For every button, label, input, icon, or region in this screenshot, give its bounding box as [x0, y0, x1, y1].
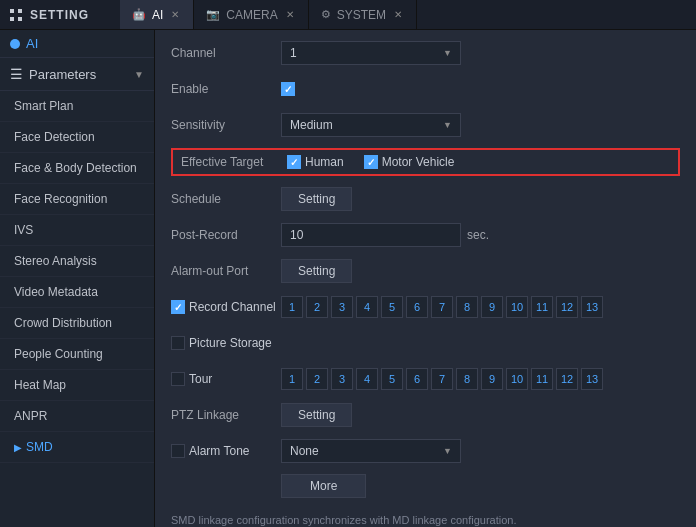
picture-storage-checkbox-wrap[interactable]: Picture Storage [171, 336, 281, 350]
schedule-setting-button[interactable]: Setting [281, 187, 352, 211]
tour-channel-btn-9[interactable]: 9 [481, 368, 503, 390]
sensitivity-value: Medium [290, 118, 333, 132]
tour-channel-btn-7[interactable]: 7 [431, 368, 453, 390]
schedule-label: Schedule [171, 192, 281, 206]
record-channel-checkbox-wrap[interactable]: ✓ Record Channel [171, 300, 281, 314]
alarm-tone-checkbox-wrap[interactable]: Alarm Tone [171, 444, 281, 458]
tour-channel-btn-3[interactable]: 3 [331, 368, 353, 390]
sidebar-item-crowd-distribution[interactable]: Crowd Distribution [0, 308, 154, 339]
top-bar: SETTING 🤖 AI ✕ 📷 CAMERA ✕ ⚙ SYSTEM ✕ [0, 0, 696, 30]
tab-system[interactable]: ⚙ SYSTEM ✕ [309, 0, 417, 29]
record-channel-buttons: 12345678910111213 [281, 296, 603, 318]
picture-storage-row: Picture Storage [171, 330, 680, 356]
ptz-linkage-setting-button[interactable]: Setting [281, 403, 352, 427]
tour-row: Tour 12345678910111213 [171, 366, 680, 392]
schedule-row: Schedule Setting [171, 186, 680, 212]
tab-ai-close[interactable]: ✕ [169, 9, 181, 21]
ai-dot [10, 39, 20, 49]
tour-channel-btn-10[interactable]: 10 [506, 368, 528, 390]
channel-select[interactable]: 1 ▼ [281, 41, 461, 65]
motor-vehicle-option[interactable]: ✓ Motor Vehicle [364, 155, 455, 169]
record-channel-row: ✓ Record Channel 12345678910111213 [171, 294, 680, 320]
main-layout: AI ☰ Parameters ▼ Smart Plan Face Detect… [0, 30, 696, 527]
record-channel-btn-13[interactable]: 13 [581, 296, 603, 318]
channel-select-arrow: ▼ [443, 48, 452, 58]
tour-channel-btn-2[interactable]: 2 [306, 368, 328, 390]
schedule-control: Setting [281, 187, 680, 211]
record-channel-btn-1[interactable]: 1 [281, 296, 303, 318]
picture-storage-checkbox[interactable] [171, 336, 185, 350]
parameters-arrow: ▼ [134, 69, 144, 80]
sidebar-item-smart-plan[interactable]: Smart Plan [0, 91, 154, 122]
record-channel-btn-10[interactable]: 10 [506, 296, 528, 318]
record-channel-checkbox[interactable]: ✓ [171, 300, 185, 314]
tour-channel-btn-5[interactable]: 5 [381, 368, 403, 390]
tour-channel-btn-13[interactable]: 13 [581, 368, 603, 390]
sidebar-item-people-counting[interactable]: People Counting [0, 339, 154, 370]
post-record-input[interactable] [281, 223, 461, 247]
sidebar-item-ivs[interactable]: IVS [0, 215, 154, 246]
tab-ai-label: AI [152, 8, 163, 22]
tab-system-close[interactable]: ✕ [392, 9, 404, 21]
tour-channel-btn-6[interactable]: 6 [406, 368, 428, 390]
sidebar-section-header[interactable]: ☰ Parameters ▼ [0, 58, 154, 91]
tab-camera-close[interactable]: ✕ [284, 9, 296, 21]
record-channel-btn-2[interactable]: 2 [306, 296, 328, 318]
human-label: Human [305, 155, 344, 169]
sidebar-item-face-detection[interactable]: Face Detection [0, 122, 154, 153]
record-channel-btn-4[interactable]: 4 [356, 296, 378, 318]
more-button[interactable]: More [281, 474, 366, 498]
sidebar-item-smd[interactable]: ▶ SMD [0, 432, 154, 463]
post-record-label: Post-Record [171, 228, 281, 242]
enable-checkbox[interactable]: ✓ [281, 82, 295, 96]
alarm-out-setting-button[interactable]: Setting [281, 259, 352, 283]
sidebar-item-face-recognition[interactable]: Face Recognition [0, 184, 154, 215]
alarm-tone-label: Alarm Tone [189, 444, 249, 458]
setting-label: SETTING [30, 8, 89, 22]
human-option[interactable]: ✓ Human [287, 155, 344, 169]
ai-title: AI [0, 30, 154, 58]
tour-checkbox-wrap[interactable]: Tour [171, 372, 281, 386]
tour-channel-btn-8[interactable]: 8 [456, 368, 478, 390]
alarm-out-control: Setting [281, 259, 680, 283]
tab-ai-icon: 🤖 [132, 8, 146, 21]
tour-channel-btn-11[interactable]: 11 [531, 368, 553, 390]
tab-system-label: SYSTEM [337, 8, 386, 22]
target-options: ✓ Human ✓ Motor Vehicle [287, 155, 454, 169]
sidebar-item-video-metadata[interactable]: Video Metadata [0, 277, 154, 308]
sidebar-item-heat-map[interactable]: Heat Map [0, 370, 154, 401]
record-channel-btn-8[interactable]: 8 [456, 296, 478, 318]
tour-checkbox[interactable] [171, 372, 185, 386]
human-checkbox[interactable]: ✓ [287, 155, 301, 169]
sensitivity-control: Medium ▼ [281, 113, 680, 137]
sidebar-item-stereo-analysis[interactable]: Stereo Analysis [0, 246, 154, 277]
record-channel-btn-7[interactable]: 7 [431, 296, 453, 318]
alarm-out-label: Alarm-out Port [171, 264, 281, 278]
motor-vehicle-checkbox[interactable]: ✓ [364, 155, 378, 169]
tab-camera[interactable]: 📷 CAMERA ✕ [194, 0, 308, 29]
info-text: SMD linkage configuration synchronizes w… [171, 514, 680, 526]
record-channel-btn-5[interactable]: 5 [381, 296, 403, 318]
sidebar-item-face-body-detection[interactable]: Face & Body Detection [0, 153, 154, 184]
tour-channel-btn-4[interactable]: 4 [356, 368, 378, 390]
alarm-out-row: Alarm-out Port Setting [171, 258, 680, 284]
record-channel-label: Record Channel [189, 300, 276, 314]
enable-control: ✓ [281, 82, 680, 96]
alarm-tone-control: None ▼ [281, 439, 680, 463]
alarm-tone-select[interactable]: None ▼ [281, 439, 461, 463]
record-channel-btn-12[interactable]: 12 [556, 296, 578, 318]
record-channel-btn-3[interactable]: 3 [331, 296, 353, 318]
sensitivity-row: Sensitivity Medium ▼ [171, 112, 680, 138]
svg-rect-0 [10, 9, 14, 13]
record-channel-btn-9[interactable]: 9 [481, 296, 503, 318]
tab-ai[interactable]: 🤖 AI ✕ [120, 0, 194, 29]
tour-channel-btn-12[interactable]: 12 [556, 368, 578, 390]
tour-channel-btn-1[interactable]: 1 [281, 368, 303, 390]
record-channel-btn-6[interactable]: 6 [406, 296, 428, 318]
alarm-tone-row: Alarm Tone None ▼ [171, 438, 680, 464]
sensitivity-select[interactable]: Medium ▼ [281, 113, 461, 137]
alarm-tone-checkbox[interactable] [171, 444, 185, 458]
tab-camera-label: CAMERA [226, 8, 277, 22]
sidebar-item-anpr[interactable]: ANPR [0, 401, 154, 432]
record-channel-btn-11[interactable]: 11 [531, 296, 553, 318]
